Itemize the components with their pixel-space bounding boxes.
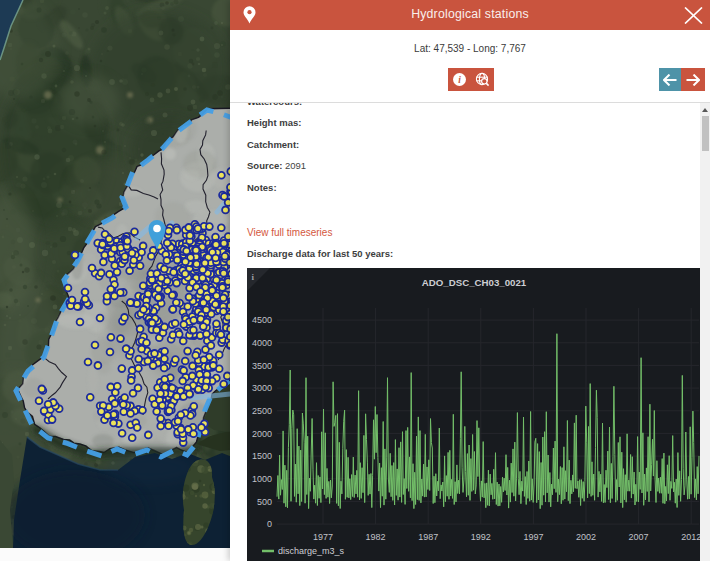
svg-text:ADO_DSC_CH03_0021: ADO_DSC_CH03_0021: [422, 277, 527, 288]
svg-text:1500: 1500: [252, 451, 272, 461]
svg-text:500: 500: [257, 496, 272, 506]
svg-text:1997: 1997: [523, 531, 543, 541]
svg-text:1982: 1982: [366, 531, 386, 541]
svg-text:i: i: [458, 75, 461, 85]
svg-text:4000: 4000: [252, 338, 272, 348]
svg-text:0: 0: [267, 519, 272, 529]
svg-text:discharge_m3_s: discharge_m3_s: [278, 546, 345, 556]
svg-text:2012: 2012: [681, 531, 700, 541]
svg-text:2000: 2000: [252, 428, 272, 438]
svg-text:3500: 3500: [252, 360, 272, 370]
svg-text:2007: 2007: [629, 531, 649, 541]
svg-text:4500: 4500: [252, 315, 272, 325]
svg-text:3000: 3000: [252, 383, 272, 393]
svg-text:2002: 2002: [576, 531, 596, 541]
svg-text:1992: 1992: [471, 531, 491, 541]
svg-text:2500: 2500: [252, 406, 272, 416]
svg-text:1977: 1977: [313, 531, 333, 541]
svg-text:1000: 1000: [252, 474, 272, 484]
svg-text:1987: 1987: [418, 531, 438, 541]
